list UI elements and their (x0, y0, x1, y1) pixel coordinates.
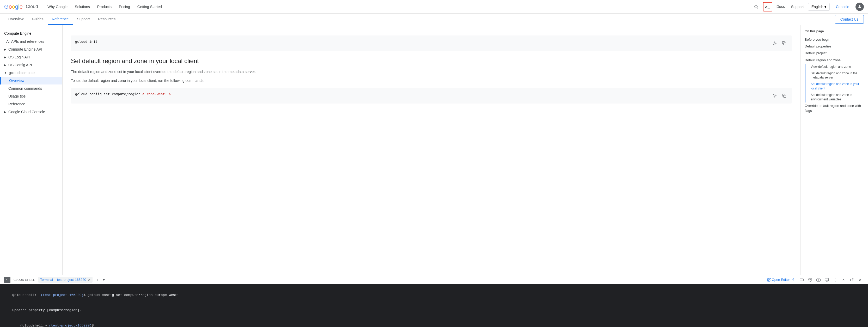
arrow-icon: ▶ (4, 64, 6, 66)
toc-item-default-project[interactable]: Default project (805, 50, 864, 57)
language-selector[interactable]: English ▾ (808, 3, 830, 11)
google-logo: Google (4, 3, 23, 10)
cloud-shell-bar-label: CLOUD SHELL (13, 278, 35, 281)
toc-item-set-metadata[interactable]: Set default region and zone in the metad… (808, 70, 864, 81)
toc-item-default-region-zone[interactable]: Default region and zone (805, 57, 864, 64)
cloud-logo: Cloud (26, 4, 38, 9)
search-button[interactable] (751, 2, 761, 11)
sidebar-item-label: Google Cloud Console (8, 110, 45, 114)
tab-dropdown-icon[interactable]: ▾ (103, 278, 105, 282)
sidebar-item-gcloud-reference[interactable]: Reference (0, 100, 62, 108)
code-actions-2 (771, 92, 788, 99)
terminal-label: Terminal (40, 278, 53, 281)
cloud-shell-terminal-tab[interactable]: Terminal test-project-165220 ✕ (38, 277, 93, 283)
main-layout: Compute Engine All APIs and references ▶… (0, 25, 868, 275)
sidebar-item-label: OS Config API (8, 63, 32, 67)
logo[interactable]: Google Cloud (4, 3, 38, 10)
code-text-2: gcloud config set compute/region europe-… (75, 92, 171, 96)
toc-item-before-you-begin[interactable]: Before you begin (805, 36, 864, 43)
tab-overview[interactable]: Overview (4, 14, 28, 25)
copy-button-1[interactable] (780, 40, 788, 47)
sidebar-item-os-config[interactable]: ▶ OS Config API (0, 61, 62, 69)
svg-point-9 (810, 279, 811, 280)
toc-item-default-properties[interactable]: Default properties (805, 43, 864, 50)
sidebar-item-label: Reference (8, 102, 25, 106)
body-text-1: The default region and zone set in your … (71, 69, 792, 75)
svg-point-3 (774, 42, 775, 44)
external-link-button[interactable] (848, 276, 856, 284)
sidebar-item-all-apis[interactable]: All APIs and references (0, 37, 62, 46)
sidebar-item-gcloud-overview[interactable]: Overview (0, 77, 62, 85)
toc-item-view-default[interactable]: View default region and zone (808, 64, 864, 70)
toc-item-set-env[interactable]: Set default region and zone in environme… (808, 92, 864, 103)
svg-point-0 (754, 5, 757, 8)
open-editor-button[interactable]: Open Editor (764, 277, 797, 283)
top-nav: Google Cloud Why Google Solutions Produc… (0, 0, 868, 13)
svg-rect-11 (825, 278, 828, 280)
tab-support[interactable]: Support (73, 14, 94, 25)
tab-add-button[interactable]: + (96, 278, 100, 282)
cloud-shell-activate-button[interactable]: >_ (763, 2, 772, 11)
keyboard-icon-button[interactable] (798, 276, 805, 284)
sidebar-item-ce-api[interactable]: ▶ Compute Engine API (0, 46, 62, 53)
nav-pricing[interactable]: Pricing (116, 3, 133, 11)
nav-why-google[interactable]: Why Google (44, 3, 71, 11)
code-block-2: gcloud config set compute/region europe-… (71, 88, 792, 103)
camera-icon-button[interactable] (815, 276, 822, 284)
nav-getting-started[interactable]: Getting Started (134, 3, 165, 11)
tab-resources[interactable]: Resources (94, 14, 120, 25)
sidebar: Compute Engine All APIs and references ▶… (0, 25, 63, 275)
tab-close-icon[interactable]: ✕ (88, 278, 90, 281)
chevron-down-icon: ▾ (825, 5, 826, 9)
svg-point-10 (818, 279, 819, 280)
contact-us-button[interactable]: Contact Us (835, 15, 864, 24)
svg-point-5 (774, 95, 775, 96)
arrow-icon: ▼ (4, 71, 7, 74)
sidebar-item-gcloud-console[interactable]: ▶ Google Cloud Console (0, 108, 62, 116)
terminal-line-2: Updated property [compute/region]. (4, 303, 864, 318)
dark-mode-button-2[interactable] (771, 92, 778, 99)
dark-mode-button-1[interactable] (771, 40, 778, 47)
toc-panel: On this page Before you begin Default pr… (800, 25, 868, 275)
docs-link[interactable]: Docs (774, 2, 787, 11)
monitor-icon-button[interactable] (823, 276, 831, 284)
sidebar-item-label: Common commands (8, 86, 42, 90)
nav-products[interactable]: Products (94, 3, 115, 11)
main-content: gcloud init Set default region and zone … (63, 25, 800, 275)
toc-active-section: View default region and zone Set default… (805, 64, 864, 103)
sidebar-item-label: Compute Engine API (8, 47, 42, 51)
avatar[interactable] (856, 3, 864, 11)
nav-right: >_ Docs Support English ▾ Console (751, 2, 864, 11)
svg-point-2 (859, 5, 861, 7)
tab-guides[interactable]: Guides (28, 14, 48, 25)
terminal[interactable]: @cloudshell:~ (test-project-165220)$ gcl… (0, 284, 868, 327)
toc-item-override-flags[interactable]: Override default region and zone with fl… (805, 102, 864, 114)
sidebar-item-usage-tips[interactable]: Usage tips (0, 92, 62, 100)
settings-icon-button[interactable] (806, 276, 814, 284)
sidebar-item-label: OS Login API (8, 55, 30, 59)
close-shell-button[interactable] (857, 276, 864, 284)
more-options-button[interactable]: ⋮ (832, 276, 839, 284)
copy-button-2[interactable] (780, 92, 788, 99)
nav-solutions[interactable]: Solutions (72, 3, 93, 11)
updown-button[interactable] (840, 276, 847, 284)
toc-item-set-local[interactable]: Set default region and zone in your loca… (808, 81, 864, 92)
support-link[interactable]: Support (789, 3, 806, 11)
code-block-1: gcloud init (71, 35, 792, 51)
sidebar-section-compute-engine: Compute Engine (0, 29, 62, 37)
arrow-icon: ▶ (4, 56, 6, 59)
arrow-icon: ▶ (4, 111, 6, 113)
sidebar-item-gcloud-compute[interactable]: ▼ gcloud compute (0, 69, 62, 77)
section-heading: Set default region and zone in your loca… (71, 57, 792, 65)
svg-line-1 (757, 7, 758, 9)
toc-title: On this page (805, 29, 864, 33)
sidebar-item-os-login[interactable]: ▶ OS Login API (0, 53, 62, 61)
arrow-icon: ▶ (4, 48, 6, 51)
sidebar-item-common-commands[interactable]: Common commands (0, 85, 62, 92)
console-button[interactable]: Console (832, 3, 854, 10)
code-highlight-region[interactable]: europe-west1 (142, 92, 167, 96)
terminal-project: test-project-165220 (57, 278, 86, 281)
tab-reference[interactable]: Reference (48, 14, 73, 25)
secondary-nav: Overview Guides Reference Support Resour… (0, 13, 868, 25)
sidebar-item-label: Overview (9, 79, 24, 83)
